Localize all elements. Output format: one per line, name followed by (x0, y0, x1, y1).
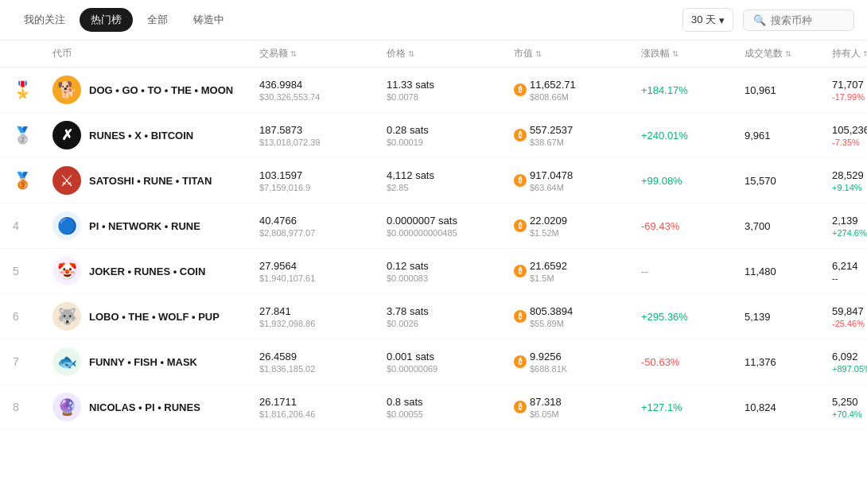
change-cell: -- (641, 266, 745, 277)
rank-badge: 🥉 (13, 171, 33, 190)
price-cell: 11.33 sats $0.0078 (387, 79, 514, 102)
price-usd: $2.85 (387, 183, 514, 192)
table-row[interactable]: 6 🐺 LOBO • THE • WOLF • PUP 27.841 $1,93… (0, 294, 867, 339)
header-trades[interactable]: 成交笔数 ⇅ (745, 47, 832, 60)
coin-cell: 🔮 NICOLAS • PI • RUNES (52, 393, 259, 421)
rank-cell: 🥈 (13, 126, 52, 145)
coin-icon: 🐟 (52, 347, 81, 376)
time-selector[interactable]: 30 天 ▾ (682, 8, 733, 32)
volume-cell: 187.5873 $13,018,072.39 (259, 124, 387, 147)
volume-usd: $13,018,072.39 (259, 138, 387, 147)
price-cell: 0.28 sats $0.00019 (387, 124, 514, 147)
btc-icon: ₿ (514, 355, 527, 368)
header-price[interactable]: 价格 ⇅ (387, 47, 514, 60)
mcap-usd: $808.66M (530, 92, 576, 102)
table-row[interactable]: 8 🔮 NICOLAS • PI • RUNES 26.1711 $1,816,… (0, 385, 867, 430)
header-volume[interactable]: 交易额 ⇅ (259, 47, 387, 60)
mcap-cell: ₿ 9.9256 $688.81K (514, 351, 641, 374)
coin-cell: ✗ RUNES • X • BITCOIN (52, 121, 259, 149)
price-sats: 11.33 sats (387, 79, 514, 91)
trades-cell: 5,139 (745, 311, 832, 323)
tab-minting[interactable]: 铸造中 (182, 8, 235, 32)
volume-usd: $30,326,553.74 (259, 92, 387, 102)
mcap-cell: ₿ 87.318 $6.05M (514, 396, 641, 419)
holders-cell: 6,214 -- (832, 260, 867, 283)
tab-watchlist[interactable]: 我的关注 (13, 8, 76, 32)
table-row[interactable]: 🥈 ✗ RUNES • X • BITCOIN 187.5873 $13,018… (0, 113, 867, 158)
coin-cell: 🐺 LOBO • THE • WOLF • PUP (52, 302, 259, 331)
btc-icon: ₿ (514, 310, 527, 323)
tab-all[interactable]: 全部 (136, 8, 179, 32)
price-usd: $0.0078 (387, 92, 514, 102)
mcap-usd: $6.05M (530, 409, 562, 419)
price-usd: $0.00055 (387, 409, 514, 419)
search-input[interactable] (771, 14, 844, 26)
volume-cell: 27.841 $1,932,098.86 (259, 305, 387, 328)
holders-cell: 6,092 +897.05% (832, 351, 867, 374)
trades-cell: 9,961 (745, 130, 832, 142)
coin-name: LOBO • THE • WOLF • PUP (89, 311, 220, 323)
trades-cell: 10,824 (745, 401, 832, 413)
mcap-usd: $63.64M (530, 183, 573, 192)
price-cell: 0.0000007 sats $0.000000000485 (387, 215, 514, 238)
volume-usd: $1,816,206.46 (259, 409, 387, 419)
coin-cell: 🐕 DOG • GO • TO • THE • MOON (52, 76, 259, 104)
volume-btc: 27.9564 (259, 260, 387, 272)
volume-btc: 27.841 (259, 305, 387, 317)
price-usd: $0.00019 (387, 138, 514, 147)
holders-count: 6,214 (832, 260, 867, 272)
holders-cell: 59,847 -25.46% (832, 305, 867, 328)
holders-count: 2,139 (832, 215, 867, 227)
volume-btc: 436.9984 (259, 79, 387, 91)
holders-count: 105,236 (832, 124, 867, 136)
holders-change: +897.05% (832, 364, 867, 374)
btc-icon: ₿ (514, 129, 527, 142)
volume-usd: $1,940,107.61 (259, 273, 387, 283)
coin-cell: 🔵 PI • NETWORK • RUNE (52, 211, 259, 240)
mcap-usd: $38.67M (530, 138, 573, 147)
mcap-usd: $1.52M (530, 228, 567, 238)
header-change[interactable]: 涨跌幅 ⇅ (641, 47, 745, 60)
header-holders[interactable]: 持有人 ⇅ (832, 47, 867, 60)
volume-btc: 103.1597 (259, 169, 387, 181)
rank-cell: 7 (13, 355, 52, 368)
header-mcap[interactable]: 市值 ⇅ (514, 47, 641, 60)
coin-name: FUNNY • FISH • MASK (89, 356, 197, 368)
volume-cell: 40.4766 $2,808,977.07 (259, 215, 387, 238)
mcap-cell: ₿ 557.2537 $38.67M (514, 124, 641, 147)
price-sats: 4,112 sats (387, 169, 514, 181)
coin-icon: 🔮 (52, 393, 81, 421)
volume-usd: $1,932,098.86 (259, 319, 387, 328)
sort-icon-volume: ⇅ (290, 49, 297, 58)
coin-icon: ✗ (52, 121, 81, 149)
coin-name: DOG • GO • TO • THE • MOON (89, 84, 233, 96)
rank-cell: 6 (13, 310, 52, 323)
price-usd: $0.000083 (387, 273, 514, 283)
mcap-btc: 805.3894 (530, 305, 573, 317)
volume-usd: $7,159,016.9 (259, 183, 387, 192)
price-sats: 0.12 sats (387, 260, 514, 272)
coin-icon: ⚔ (52, 166, 81, 195)
table-row[interactable]: 🥉 ⚔ SATOSHI • RUNE • TITAN 103.1597 $7,1… (0, 158, 867, 204)
table-row[interactable]: 🎖️ 🐕 DOG • GO • TO • THE • MOON 436.9984… (0, 68, 867, 113)
change-cell: +240.01% (641, 130, 745, 142)
holders-change: +274.6% (832, 228, 867, 238)
coin-icon: 🐺 (52, 302, 81, 331)
mcap-btc: 21.6592 (530, 260, 567, 272)
table-row[interactable]: 5 🤡 JOKER • RUNES • COIN 27.9564 $1,940,… (0, 249, 867, 294)
holders-cell: 28,529 +9.14% (832, 169, 867, 192)
table-row[interactable]: 7 🐟 FUNNY • FISH • MASK 26.4589 $1,836,1… (0, 339, 867, 385)
holders-count: 28,529 (832, 169, 867, 181)
tab-hot[interactable]: 热门榜 (80, 8, 133, 32)
mcap-cell: ₿ 917.0478 $63.64M (514, 169, 641, 192)
price-sats: 3.78 sats (387, 305, 514, 317)
header-rank (13, 47, 52, 60)
sort-icon-trades: ⇅ (785, 49, 791, 58)
table-row[interactable]: 4 🔵 PI • NETWORK • RUNE 40.4766 $2,808,9… (0, 204, 867, 249)
search-box[interactable]: 🔍 (743, 10, 854, 31)
price-cell: 3.78 sats $0.0026 (387, 305, 514, 328)
holders-change: -7.35% (832, 138, 867, 147)
rank-cell: 4 (13, 219, 52, 232)
mcap-usd: $1.5M (530, 273, 567, 283)
volume-cell: 27.9564 $1,940,107.61 (259, 260, 387, 283)
